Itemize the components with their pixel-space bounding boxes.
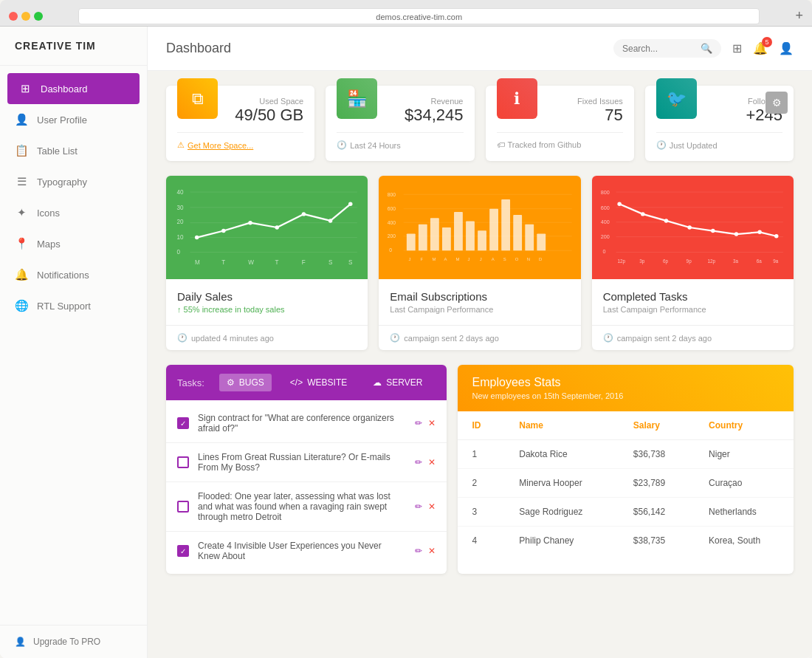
tag-icon: 🏷 <box>497 140 505 149</box>
task-actions: ✏ ✕ <box>415 418 436 428</box>
svg-text:40: 40 <box>177 189 185 196</box>
topbar: Dashboard 🔍 ⊞ 🔔 5 👤 <box>148 27 812 71</box>
sidebar-item-label: Maps <box>37 239 61 250</box>
svg-point-14 <box>302 212 306 216</box>
svg-text:0: 0 <box>602 248 605 255</box>
upgrade-icon: 👤 <box>15 637 26 647</box>
notifications-button[interactable]: 🔔 5 <box>753 41 768 55</box>
svg-point-10 <box>195 236 199 239</box>
stat-label: Fixed Issues <box>577 97 623 106</box>
svg-text:3a: 3a <box>733 258 739 264</box>
svg-text:12p: 12p <box>617 258 625 264</box>
grid-button[interactable]: ⊞ <box>732 41 742 55</box>
task-edit-button[interactable]: ✏ <box>415 418 422 428</box>
cell-salary: $36,738 <box>619 440 694 469</box>
sidebar-item-label: Dashboard <box>41 83 88 95</box>
chart-completed-tasks: 800 600 400 200 0 <box>592 176 794 350</box>
svg-rect-43 <box>514 215 523 250</box>
topbar-right: 🔍 ⊞ 🔔 5 👤 <box>613 39 794 58</box>
svg-point-71 <box>687 225 691 229</box>
stat-value: 75 <box>577 106 623 125</box>
svg-text:600: 600 <box>388 206 396 211</box>
update-icon: 🕐 <box>603 333 613 343</box>
sidebar-item-icons[interactable]: ✦ Icons <box>0 197 147 228</box>
task-delete-button[interactable]: ✕ <box>428 501 436 512</box>
dot-green[interactable] <box>34 12 43 21</box>
sidebar-item-rtl-support[interactable]: 🌐 RTL Support <box>0 290 147 321</box>
stat-card-fixed-issues: ℹ Fixed Issues 75 🏷 Tracked from Github <box>486 86 634 161</box>
cell-name: Dakota Rice <box>504 440 619 469</box>
task-checkbox[interactable] <box>177 456 189 468</box>
svg-point-75 <box>774 234 778 238</box>
search-box[interactable]: 🔍 <box>613 39 721 58</box>
chart-body: Daily Sales ↑ 55% increase in today sale… <box>166 279 368 325</box>
svg-text:200: 200 <box>388 233 396 239</box>
stat-footer-text: Last 24 Hours <box>350 141 400 150</box>
chart-footer-text: campaign sent 2 days ago <box>617 334 712 343</box>
svg-text:800: 800 <box>600 189 609 196</box>
cell-name: Minerva Hooper <box>504 469 619 498</box>
svg-text:20: 20 <box>177 219 185 225</box>
stat-info: Used Space 49/50 GB <box>235 97 303 125</box>
sidebar-item-user-profile[interactable]: 👤 User Profile <box>0 104 147 135</box>
chart-subtitle: Last Campaign Performance <box>390 305 569 314</box>
chart-area-daily-sales: 40 30 20 10 0 <box>166 176 368 279</box>
sidebar-item-maps[interactable]: 📍 Maps <box>0 228 147 259</box>
sidebar-item-notifications[interactable]: 🔔 Notifications <box>0 259 147 290</box>
task-edit-button[interactable]: ✏ <box>415 457 422 467</box>
search-input[interactable] <box>622 44 696 54</box>
svg-text:200: 200 <box>600 233 609 240</box>
task-delete-button[interactable]: ✕ <box>428 457 436 467</box>
task-text: Create 4 Invisible User Experiences you … <box>198 541 406 561</box>
user-menu-button[interactable]: 👤 <box>779 41 794 55</box>
task-item: Sign contract for "What are conference o… <box>166 404 447 443</box>
svg-point-16 <box>348 202 352 206</box>
stat-value: $34,245 <box>405 106 464 125</box>
task-delete-button[interactable]: ✕ <box>428 546 436 556</box>
code-icon: </> <box>290 377 303 388</box>
svg-text:400: 400 <box>388 220 396 225</box>
gear-button[interactable]: ⚙ <box>765 92 788 114</box>
chart-footer: 🕐 campaign sent 2 days ago <box>379 325 580 350</box>
stat-footer-text: Tracked from Github <box>508 140 582 149</box>
notifications-icon: 🔔 <box>15 268 28 281</box>
task-checkbox[interactable] <box>177 501 189 513</box>
dot-red[interactable] <box>9 12 18 21</box>
svg-point-11 <box>221 229 225 233</box>
charts-row: 40 30 20 10 0 <box>166 176 794 350</box>
used-space-icon: ⧉ <box>177 78 218 119</box>
task-checkbox[interactable] <box>177 417 189 429</box>
dot-yellow[interactable] <box>21 12 30 21</box>
svg-rect-37 <box>442 227 451 250</box>
stat-info: Fixed Issues 75 <box>577 97 623 125</box>
stat-footer-text: Just Updated <box>670 141 718 150</box>
chart-area-email: 800 600 400 200 0 <box>379 176 580 279</box>
chart-subtitle: ↑ 55% increase in today sales <box>177 305 357 314</box>
upgrade-button[interactable]: 👤 Upgrade To PRO <box>0 625 147 658</box>
browser-add-tab[interactable]: + <box>795 8 803 24</box>
task-checkbox[interactable] <box>177 545 189 557</box>
cell-id: 4 <box>458 527 505 555</box>
svg-text:T: T <box>275 259 279 266</box>
svg-text:O: O <box>515 257 519 261</box>
task-tab-bugs[interactable]: ⚙ BUGS <box>219 374 272 391</box>
svg-text:N: N <box>527 257 530 261</box>
revenue-icon: 🏪 <box>337 78 377 119</box>
cell-country: Netherlands <box>694 498 794 527</box>
stat-footer-text[interactable]: Get More Space... <box>187 141 253 150</box>
task-text: Sign contract for "What are conference o… <box>198 413 406 433</box>
svg-rect-34 <box>407 233 416 250</box>
browser-chrome: demos.creative-tim.com + <box>0 0 812 27</box>
sidebar-item-typography[interactable]: ☰ Typography <box>0 166 147 197</box>
task-tab-website[interactable]: </> WEBSITE <box>283 374 354 391</box>
sidebar-item-table-list[interactable]: 📋 Table List <box>0 135 147 166</box>
task-edit-button[interactable]: ✏ <box>415 546 422 556</box>
sidebar-item-dashboard[interactable]: ⊞ Dashboard <box>7 73 140 104</box>
task-tab-server[interactable]: ☁ SERVER <box>365 374 430 391</box>
task-edit-button[interactable]: ✏ <box>415 501 422 512</box>
task-delete-button[interactable]: ✕ <box>428 418 436 428</box>
stat-footer: 🏷 Tracked from Github <box>497 132 623 149</box>
svg-text:0: 0 <box>390 247 393 253</box>
stat-card-used-space: ⧉ Used Space 49/50 GB ⚠ Get More Space..… <box>166 86 314 161</box>
table-row: 2 Minerva Hooper $23,789 Curaçao <box>458 469 794 498</box>
